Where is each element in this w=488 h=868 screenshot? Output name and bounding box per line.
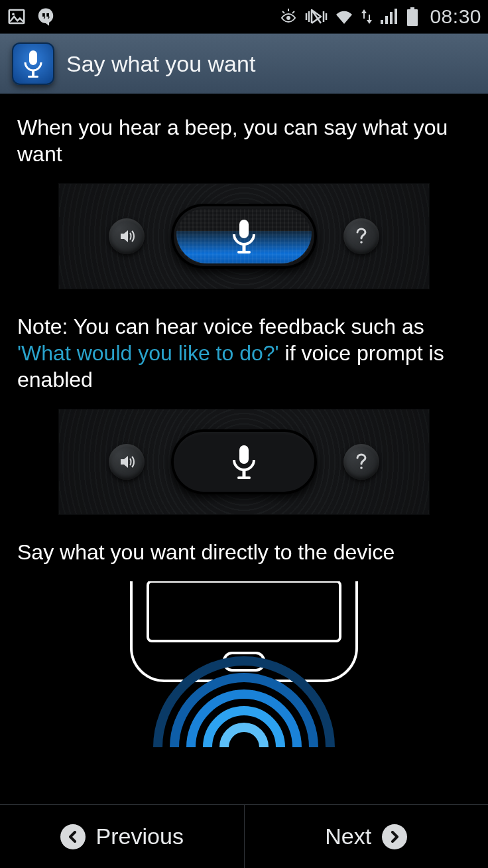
- signal-icon: [379, 8, 399, 25]
- status-right: 08:30: [278, 5, 481, 28]
- svg-rect-12: [243, 244, 246, 251]
- svg-rect-11: [239, 220, 249, 238]
- svg-rect-6: [407, 9, 418, 26]
- app-mic-icon: [12, 42, 54, 85]
- svg-point-1: [12, 13, 15, 15]
- next-button[interactable]: Next: [245, 805, 489, 868]
- svg-rect-7: [410, 7, 414, 9]
- svg-point-14: [360, 241, 363, 244]
- voice-panel-active: [58, 183, 430, 289]
- note-quote: 'What would you like to do?': [17, 341, 279, 365]
- svg-rect-15: [239, 445, 249, 464]
- direct-text: Say what you want directly to the device: [17, 539, 471, 565]
- svg-rect-9: [32, 70, 34, 76]
- footer-nav: Previous Next: [0, 804, 488, 868]
- svg-point-2: [38, 9, 54, 24]
- help-button-2[interactable]: [343, 444, 379, 480]
- status-time: 08:30: [430, 5, 481, 28]
- svg-rect-13: [237, 251, 251, 253]
- smart-stay-icon: [278, 7, 298, 26]
- svg-rect-8: [29, 50, 37, 65]
- status-left: [7, 7, 56, 27]
- image-icon: [7, 7, 27, 27]
- vibrate-icon: [305, 7, 328, 26]
- svg-rect-19: [148, 581, 340, 641]
- chevron-left-icon: [60, 824, 86, 849]
- intro-text: When you hear a beep, you can say what y…: [17, 114, 471, 167]
- app-header: Say what you want: [0, 33, 488, 94]
- previous-label: Previous: [96, 824, 184, 849]
- page-title: Say what you want: [66, 51, 255, 77]
- wifi-icon: [334, 8, 354, 25]
- voice-output-button-2[interactable]: [109, 444, 145, 480]
- svg-point-18: [360, 467, 363, 469]
- hangouts-icon: [36, 7, 56, 27]
- status-bar: 08:30: [0, 0, 488, 33]
- voice-panel-idle: [58, 409, 430, 515]
- svg-rect-17: [237, 476, 251, 479]
- chevron-right-icon: [382, 824, 407, 849]
- previous-button[interactable]: Previous: [0, 805, 244, 868]
- svg-point-5: [286, 16, 290, 20]
- mic-button-active[interactable]: [171, 204, 317, 269]
- svg-rect-10: [28, 76, 38, 78]
- content: When you hear a beep, you can say what y…: [0, 94, 488, 747]
- device-illustration: [58, 581, 430, 747]
- voice-output-button[interactable]: [109, 218, 145, 254]
- mic-button-idle[interactable]: [171, 429, 317, 494]
- help-button[interactable]: [343, 218, 379, 254]
- note-text: Note: You can hear voice feedback such a…: [17, 313, 471, 393]
- next-label: Next: [325, 824, 371, 849]
- svg-rect-4: [46, 13, 49, 17]
- svg-rect-16: [243, 470, 246, 476]
- data-arrows-icon: [361, 8, 373, 25]
- svg-rect-3: [42, 13, 45, 17]
- battery-icon: [406, 7, 419, 27]
- note-prefix: Note: You can hear voice feedback such a…: [17, 315, 424, 338]
